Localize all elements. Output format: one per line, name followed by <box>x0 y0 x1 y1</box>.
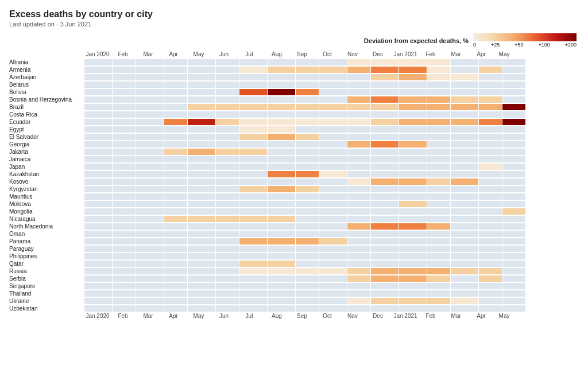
cell-5-7 <box>268 96 295 103</box>
country-label-2: Azerbaijan <box>9 74 84 80</box>
cells-row-28 <box>84 267 579 274</box>
table-row: Oman <box>9 230 579 237</box>
cell-30-4 <box>188 283 215 289</box>
cell-13-0 <box>84 156 112 162</box>
cell-28-16 <box>502 268 525 274</box>
cell-6-4 <box>188 104 215 110</box>
cell-5-16 <box>502 96 525 103</box>
cell-17-12 <box>399 186 427 192</box>
month-header-0: Jan 2020 <box>84 51 111 57</box>
cell-8-12 <box>399 119 427 125</box>
cell-10-1 <box>113 134 136 140</box>
month-header-8: Sep <box>291 51 314 57</box>
cell-18-11 <box>371 193 399 200</box>
cell-30-13 <box>427 283 450 289</box>
cell-18-14 <box>451 193 478 200</box>
country-label-19: Moldova <box>9 201 84 207</box>
cell-4-10 <box>347 89 370 95</box>
cell-13-4 <box>188 156 215 162</box>
cell-30-16 <box>502 283 525 289</box>
country-label-7: Costa Rica <box>9 111 84 118</box>
cell-0-14 <box>451 59 478 65</box>
cell-2-14 <box>451 74 478 80</box>
cell-19-4 <box>188 201 215 207</box>
cell-9-2 <box>136 126 164 133</box>
cell-30-6 <box>239 283 267 289</box>
country-label-31: Thailand <box>9 290 84 297</box>
table-row: Qatar <box>9 260 579 267</box>
cell-8-11 <box>371 119 399 125</box>
cell-28-1 <box>113 268 136 274</box>
cell-6-9 <box>319 104 347 110</box>
country-label-27: Qatar <box>9 261 84 267</box>
cell-14-15 <box>479 164 502 170</box>
cell-27-4 <box>188 261 215 267</box>
cell-2-2 <box>136 74 164 80</box>
cell-19-13 <box>427 201 450 207</box>
cell-25-10 <box>347 246 370 252</box>
cell-5-14 <box>451 96 478 103</box>
cell-4-13 <box>427 89 450 95</box>
cell-26-3 <box>164 253 187 259</box>
cell-1-1 <box>113 67 136 73</box>
cell-6-16 <box>502 104 525 110</box>
cell-12-15 <box>479 149 502 155</box>
cells-row-14 <box>84 163 579 170</box>
cell-23-14 <box>451 231 478 237</box>
cell-33-1 <box>113 305 136 312</box>
country-label-0: Albania <box>9 59 84 65</box>
cell-15-12 <box>399 171 427 177</box>
cell-4-8 <box>296 89 319 95</box>
table-row: Uzbekistan <box>9 305 579 312</box>
cell-3-14 <box>451 81 478 88</box>
cell-1-13 <box>427 67 450 73</box>
cell-22-9 <box>319 223 347 230</box>
cell-30-1 <box>113 283 136 289</box>
cell-14-13 <box>427 164 450 170</box>
cell-19-9 <box>319 201 347 207</box>
cell-21-12 <box>399 216 427 222</box>
cell-25-16 <box>502 246 525 252</box>
cell-9-16 <box>502 126 525 133</box>
cell-16-11 <box>371 178 399 185</box>
cell-22-2 <box>136 223 164 230</box>
cell-3-9 <box>319 81 347 88</box>
cell-9-6 <box>239 126 267 133</box>
cell-11-0 <box>84 141 112 148</box>
cell-18-15 <box>479 193 502 200</box>
cell-14-6 <box>239 164 267 170</box>
cell-8-6 <box>239 119 267 125</box>
cell-13-12 <box>399 156 427 162</box>
cell-17-11 <box>371 186 399 192</box>
cell-26-9 <box>319 253 347 259</box>
cell-29-1 <box>113 275 136 282</box>
cell-26-1 <box>113 253 136 259</box>
cell-21-4 <box>188 216 215 222</box>
cell-13-16 <box>502 156 525 162</box>
cell-5-3 <box>164 96 187 103</box>
cell-20-3 <box>164 208 187 215</box>
cell-32-1 <box>113 298 136 304</box>
cell-31-3 <box>164 290 187 297</box>
cell-8-3 <box>164 119 187 125</box>
cell-14-0 <box>84 164 112 170</box>
country-label-16: Kosovo <box>9 178 84 185</box>
cell-20-12 <box>399 208 427 215</box>
cell-20-11 <box>371 208 399 215</box>
cell-15-2 <box>136 171 164 177</box>
cell-19-3 <box>164 201 187 207</box>
table-row: Costa Rica <box>9 111 579 118</box>
cell-27-2 <box>136 261 164 267</box>
cell-14-2 <box>136 164 164 170</box>
cell-21-11 <box>371 216 399 222</box>
cell-21-3 <box>164 216 187 222</box>
cell-32-15 <box>479 298 502 304</box>
table-row: North Macedonia <box>9 223 579 230</box>
cell-27-11 <box>371 261 399 267</box>
cell-19-14 <box>451 201 478 207</box>
cell-10-2 <box>136 134 164 140</box>
cell-13-10 <box>347 156 370 162</box>
cell-7-16 <box>502 111 525 118</box>
cell-6-11 <box>371 104 399 110</box>
cell-22-10 <box>347 223 370 230</box>
